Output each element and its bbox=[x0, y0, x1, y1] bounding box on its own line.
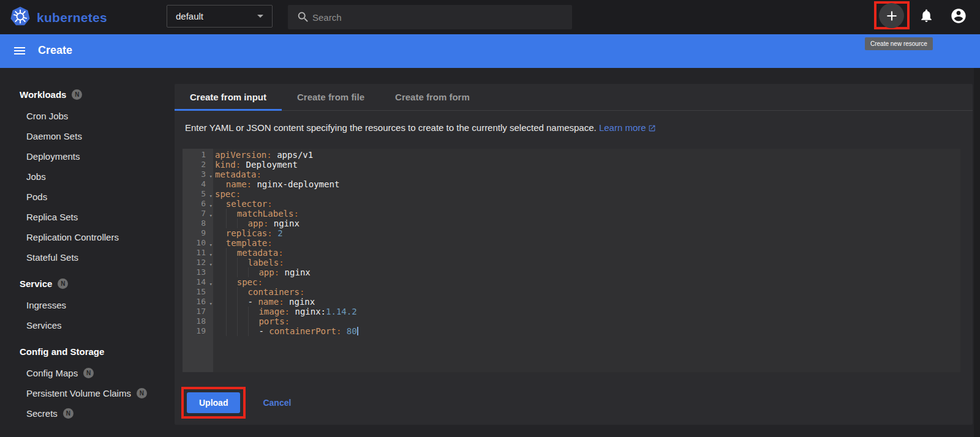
line-number: 17 bbox=[183, 307, 213, 316]
line-number: 7▾ bbox=[183, 209, 213, 219]
sidebar-item-jobs[interactable]: Jobs bbox=[0, 166, 170, 187]
search-bar[interactable] bbox=[288, 5, 572, 29]
code-line: - name: nginx bbox=[215, 297, 960, 307]
indent-guide bbox=[248, 267, 259, 277]
code-line: spec: bbox=[215, 189, 960, 199]
code-line: metadata: bbox=[215, 170, 960, 179]
indent-guide bbox=[215, 307, 226, 316]
namespace-selector[interactable]: default bbox=[167, 5, 273, 28]
code-line: - containerPort: 80 bbox=[215, 326, 960, 336]
indent-guide bbox=[237, 287, 248, 297]
indent-guide bbox=[215, 228, 226, 238]
line-number: 3▾ bbox=[183, 170, 213, 179]
cancel-button[interactable]: Cancel bbox=[263, 398, 291, 408]
sidebar-item-cron-jobs[interactable]: Cron Jobs bbox=[0, 106, 170, 126]
indent-guide bbox=[226, 326, 237, 336]
line-number: 19 bbox=[183, 326, 213, 336]
line-number: 15 bbox=[183, 287, 213, 297]
sidebar-item-pods[interactable]: Pods bbox=[0, 187, 170, 207]
code-line: labels: bbox=[215, 258, 960, 267]
line-number: 10▾ bbox=[183, 238, 213, 248]
item-label: Pods bbox=[26, 192, 47, 202]
line-number: 8 bbox=[183, 219, 213, 228]
new-badge: N bbox=[83, 368, 94, 378]
editor-gutter: 123▾45▾6▾7▾8910▾11▾12▾1314▾1516▾171819 bbox=[183, 149, 213, 372]
kubernetes-home-link[interactable]: kubernetes bbox=[10, 6, 107, 29]
sidebar-item-deployments[interactable]: Deployments bbox=[0, 146, 170, 166]
form-actions: Upload Cancel bbox=[181, 387, 291, 419]
indent-guide bbox=[226, 219, 237, 228]
new-badge: N bbox=[137, 388, 147, 398]
section-label: Service bbox=[20, 278, 52, 289]
line-number: 18 bbox=[183, 316, 213, 326]
item-label: Services bbox=[26, 320, 62, 331]
yaml-editor[interactable]: 123▾45▾6▾7▾8910▾11▾12▾1314▾1516▾171819 a… bbox=[183, 149, 960, 372]
indent-guide bbox=[215, 277, 226, 287]
notifications-button[interactable] bbox=[919, 8, 934, 26]
indent-guide bbox=[215, 199, 226, 209]
item-label: Deployments bbox=[26, 151, 80, 162]
account-button[interactable] bbox=[950, 7, 967, 27]
sidebar-item-replica-sets[interactable]: Replica Sets bbox=[0, 207, 170, 227]
learn-more-link[interactable]: Learn more bbox=[599, 122, 646, 133]
sidebar-item-secrets[interactable]: SecretsN bbox=[0, 403, 170, 424]
sidebar-item-persistent-volume-claims[interactable]: Persistent Volume ClaimsN bbox=[0, 383, 170, 403]
line-number: 2 bbox=[183, 160, 213, 170]
sidebar-section-service[interactable]: ServiceN bbox=[0, 272, 170, 295]
namespace-selected-value: default bbox=[176, 11, 257, 21]
sidebar-item-replication-controllers[interactable]: Replication Controllers bbox=[0, 227, 170, 247]
indent-guide bbox=[215, 297, 226, 307]
indent-guide bbox=[226, 248, 237, 258]
section-label: Config and Storage bbox=[20, 346, 104, 357]
indent-guide bbox=[248, 326, 259, 336]
code-line: template: bbox=[215, 238, 960, 248]
indent-guide bbox=[226, 307, 237, 316]
line-number: 14▾ bbox=[183, 277, 213, 287]
indent-guide bbox=[226, 277, 237, 287]
line-number: 11▾ bbox=[183, 248, 213, 258]
menu-button[interactable] bbox=[12, 43, 27, 58]
upload-button[interactable]: Upload bbox=[187, 392, 240, 413]
tab-create-from-form[interactable]: Create from form bbox=[380, 84, 485, 110]
item-label: Daemon Sets bbox=[26, 131, 82, 141]
text-cursor bbox=[357, 327, 358, 335]
indent-guide bbox=[248, 307, 259, 316]
line-number: 16▾ bbox=[183, 297, 213, 307]
indent-guide bbox=[226, 287, 237, 297]
code-line: name: nginx-deployment bbox=[215, 179, 960, 189]
tab-bar: Create from inputCreate from fileCreate … bbox=[175, 84, 973, 111]
app-bar: Create bbox=[0, 34, 980, 68]
section-label: Workloads bbox=[20, 89, 66, 100]
indent-guide bbox=[226, 297, 237, 307]
sidebar-section-workloads[interactable]: WorkloadsN bbox=[0, 83, 170, 106]
sidebar-item-daemon-sets[interactable]: Daemon Sets bbox=[0, 126, 170, 146]
search-input[interactable] bbox=[312, 12, 521, 23]
search-icon bbox=[296, 10, 310, 24]
chevron-down-icon bbox=[257, 15, 263, 18]
new-badge: N bbox=[63, 408, 74, 419]
editor-code-area[interactable]: apiVersion: apps/v1kind: Deploymentmetad… bbox=[215, 150, 960, 336]
bell-icon bbox=[919, 8, 934, 23]
item-label: Stateful Sets bbox=[26, 252, 78, 263]
line-number: 12▾ bbox=[183, 258, 213, 267]
tab-create-from-file[interactable]: Create from file bbox=[282, 84, 380, 110]
account-circle-icon bbox=[950, 7, 967, 24]
indent-guide bbox=[215, 326, 226, 336]
indent-guide bbox=[237, 307, 248, 316]
sidebar-item-services[interactable]: Services bbox=[0, 315, 170, 335]
create-new-resource-button[interactable] bbox=[879, 3, 904, 28]
brand-name: kubernetes bbox=[37, 10, 107, 25]
sidebar-item-config-maps[interactable]: Config MapsN bbox=[0, 363, 170, 383]
sidebar-item-ingresses[interactable]: Ingresses bbox=[0, 295, 170, 315]
indent-guide bbox=[237, 219, 248, 228]
item-label: Replication Controllers bbox=[26, 232, 119, 242]
indent-guide bbox=[215, 258, 226, 267]
tab-create-from-input[interactable]: Create from input bbox=[175, 84, 282, 110]
line-number: 6▾ bbox=[183, 199, 213, 209]
sidebar-item-stateful-sets[interactable]: Stateful Sets bbox=[0, 247, 170, 267]
create-tooltip: Create new resource bbox=[865, 37, 933, 50]
plus-icon bbox=[884, 8, 900, 24]
create-card: Create from inputCreate from fileCreate … bbox=[175, 84, 973, 425]
scrollbar-track[interactable] bbox=[974, 68, 980, 437]
sidebar-section-config-and-storage[interactable]: Config and Storage bbox=[0, 340, 170, 363]
